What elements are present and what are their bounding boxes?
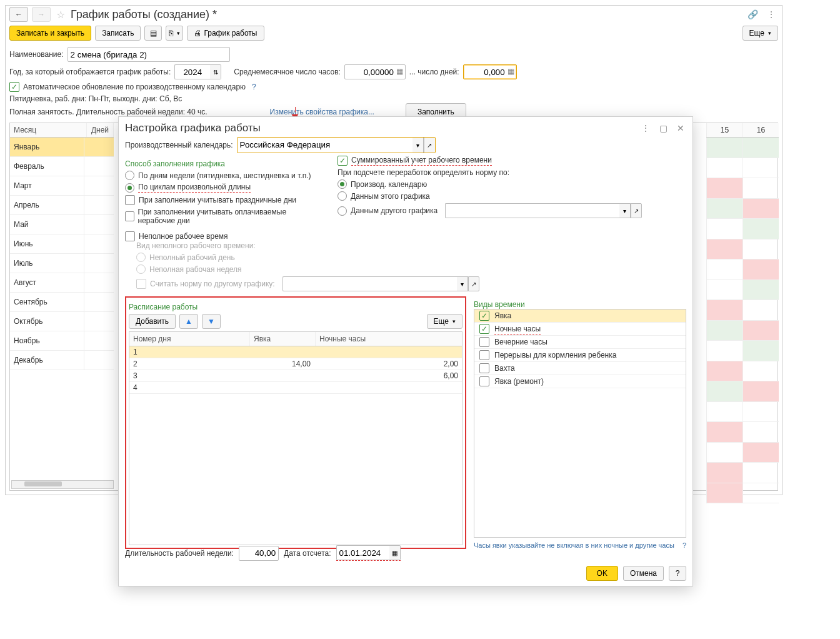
radio-by-weekdays[interactable]: [125, 171, 134, 180]
time-type-row[interactable]: Вахта: [474, 362, 686, 375]
save-close-button[interactable]: Записать и закрыть: [9, 26, 91, 41]
partial-time-checkbox[interactable]: [125, 231, 135, 241]
print-schedule-button[interactable]: 🖨График работы: [187, 26, 264, 41]
respect-holidays-checkbox[interactable]: [125, 195, 135, 205]
month-row[interactable]: Июль: [10, 254, 114, 273]
table-row[interactable]: 36,00: [129, 370, 462, 382]
months-table: Месяц Дней ЯнварьФевральМартАпрельМайИюн…: [10, 123, 114, 490]
calendar-cell: [706, 483, 779, 504]
calendar-dropdown-button[interactable]: ▾: [412, 138, 424, 153]
help-icon[interactable]: ?: [252, 83, 256, 91]
month-row[interactable]: Ноябрь: [10, 331, 114, 351]
month-row[interactable]: Март: [10, 176, 114, 196]
name-field[interactable]: [68, 47, 230, 62]
day-col-15: 15: [706, 123, 742, 137]
calendar-cell: [706, 158, 779, 179]
radio-ov-calendar[interactable]: [338, 179, 347, 189]
ov-other-dropdown-button[interactable]: ▾: [619, 203, 631, 218]
time-types-list[interactable]: ✓Явка✓Ночные часыВечерние часыПерерывы д…: [474, 309, 686, 538]
month-row[interactable]: Июнь: [10, 234, 114, 254]
arrow-up-icon: ▲: [185, 317, 192, 326]
avg-hours-field[interactable]: [344, 64, 406, 79]
dialog-maximize-icon[interactable]: ▢: [658, 123, 669, 133]
dialog-more-icon[interactable]: ⋮: [640, 123, 651, 133]
change-props-link[interactable]: Изменить свойства графика...: [270, 108, 374, 117]
ov-other-field[interactable]: [445, 203, 619, 218]
ok-button[interactable]: OK: [586, 566, 618, 581]
time-types-head: Виды времени: [474, 300, 686, 309]
radio-partial-week: [136, 264, 146, 274]
time-type-checkbox[interactable]: [479, 376, 489, 386]
radio-ov-this[interactable]: [338, 191, 347, 201]
radio-ov-other[interactable]: [338, 206, 347, 216]
month-row[interactable]: Август: [10, 273, 114, 293]
time-type-checkbox[interactable]: ✓: [479, 324, 489, 334]
time-type-row[interactable]: Вечерние часы: [474, 336, 686, 349]
time-type-row[interactable]: Явка (ремонт): [474, 375, 686, 388]
help-button[interactable]: ?: [669, 566, 686, 581]
ov-other-open-button[interactable]: ↗: [631, 203, 642, 218]
copy-icon: ⎘: [169, 29, 173, 38]
schedule-panel: Расписание работы Добавить ▲ ▼ Еще▾ Номе…: [125, 296, 466, 549]
calendar-cell: [706, 381, 779, 402]
sum-accounting-checkbox[interactable]: ✓: [338, 156, 348, 166]
link-icon[interactable]: 🔗: [746, 8, 759, 21]
schedule-more-button[interactable]: Еще▾: [427, 314, 462, 329]
day-col-16: 16: [742, 123, 779, 137]
settings-dialog: Настройка графика работы ⋮ ▢ ✕ Производс…: [118, 116, 693, 586]
time-type-checkbox[interactable]: [479, 350, 489, 360]
schedule-head: Расписание работы: [129, 303, 462, 311]
save-button[interactable]: Записать: [95, 26, 141, 41]
time-type-row[interactable]: ✓Явка: [474, 309, 686, 323]
help-icon[interactable]: ?: [682, 541, 686, 549]
move-down-button[interactable]: ▼: [202, 314, 221, 329]
month-row[interactable]: Январь: [10, 138, 114, 157]
month-row[interactable]: Декабрь: [10, 351, 114, 370]
cancel-button[interactable]: Отмена: [623, 566, 664, 581]
table-row[interactable]: 214,002,00: [129, 358, 462, 370]
move-up-button[interactable]: ▲: [179, 314, 198, 329]
table-row[interactable]: 4: [129, 382, 462, 394]
back-button[interactable]: ←: [9, 7, 28, 22]
auto-update-checkbox[interactable]: ✓: [9, 82, 19, 92]
add-row-button[interactable]: Добавить: [129, 314, 176, 329]
month-row[interactable]: Октябрь: [10, 312, 114, 331]
respect-paid-nonwork-checkbox[interactable]: [125, 211, 134, 221]
time-type-checkbox[interactable]: ✓: [479, 311, 489, 321]
time-type-checkbox[interactable]: [479, 363, 489, 373]
month-row[interactable]: Май: [10, 215, 114, 234]
start-date-field[interactable]: [336, 545, 389, 560]
time-type-checkbox[interactable]: [479, 337, 489, 347]
months-col-days: Дней: [87, 123, 114, 137]
schedule-table[interactable]: Номер дня Явка Ночные часы 1214,002,0036…: [129, 331, 462, 545]
arrow-down-icon: ▼: [208, 317, 215, 326]
document-icon: ▤: [150, 29, 157, 38]
month-row[interactable]: Февраль: [10, 157, 114, 176]
count-by-other-field: [282, 276, 457, 291]
year-spinner[interactable]: ⇅: [210, 64, 221, 79]
more-button[interactable]: Еще▾: [742, 26, 778, 41]
year-field[interactable]: [174, 64, 210, 79]
start-date-calendar-button[interactable]: ▦: [389, 545, 401, 560]
table-row[interactable]: 1: [129, 346, 462, 358]
time-type-row[interactable]: Перерывы для кормления ребенка: [474, 349, 686, 362]
report-button[interactable]: ▤: [144, 26, 162, 41]
fill-method-head: Способ заполнения графика: [125, 159, 319, 168]
month-row[interactable]: Сентябрь: [10, 293, 114, 312]
time-type-row[interactable]: ✓Ночные часы: [474, 323, 686, 336]
col-night: Ночные часы: [316, 332, 462, 346]
months-hscrollbar[interactable]: [11, 480, 114, 489]
dialog-close-icon[interactable]: ✕: [675, 123, 686, 133]
more-vertical-icon[interactable]: ⋮: [764, 8, 778, 21]
summary-line2: Полная занятость. Длительность рабочей н…: [9, 108, 208, 116]
calendar-field[interactable]: [238, 138, 412, 151]
printer-icon: 🖨: [194, 29, 201, 38]
week-dur-field[interactable]: [239, 546, 279, 561]
days-field[interactable]: [463, 64, 517, 79]
radio-by-cycles[interactable]: [125, 183, 134, 193]
calendar-cell: [706, 300, 779, 321]
month-row[interactable]: Апрель: [10, 196, 114, 215]
copy-menu-button[interactable]: ⎘▾: [166, 26, 183, 41]
calendar-open-button[interactable]: ↗: [424, 138, 435, 153]
favorite-icon[interactable]: ☆: [54, 8, 67, 21]
